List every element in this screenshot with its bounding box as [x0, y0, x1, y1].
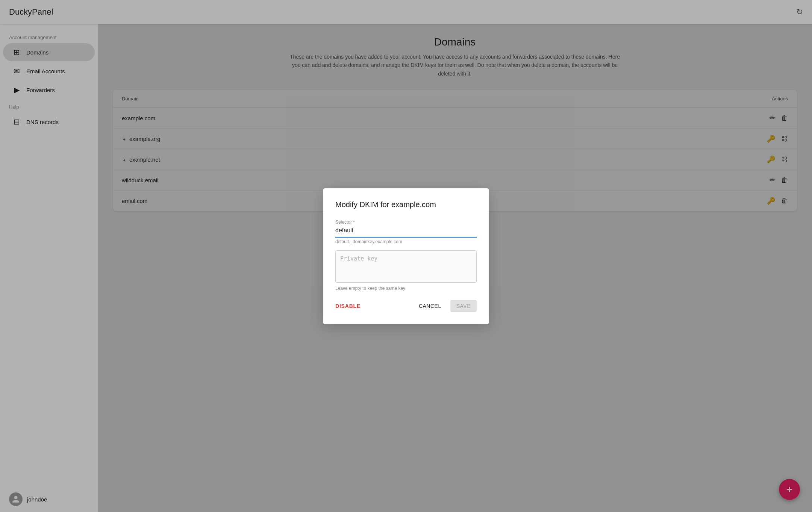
- modal-title: Modify DKIM for example.com: [335, 200, 477, 209]
- selector-input[interactable]: [335, 226, 477, 235]
- save-button[interactable]: SAVE: [450, 300, 477, 312]
- cancel-button[interactable]: CANCEL: [413, 300, 447, 312]
- private-key-input[interactable]: [336, 251, 476, 281]
- disable-button[interactable]: DISABLE: [335, 300, 361, 312]
- selector-label: Selector *: [335, 220, 477, 225]
- modal-backdrop: Modify DKIM for example.com Selector * d…: [0, 0, 812, 512]
- selector-field: Selector * default._domainkey.example.co…: [335, 220, 477, 244]
- private-key-field: Leave empty to keep the same key: [335, 250, 477, 291]
- private-key-hint: Leave empty to keep the same key: [335, 286, 477, 291]
- dkim-modal: Modify DKIM for example.com Selector * d…: [323, 188, 489, 324]
- selector-input-wrapper: Selector *: [335, 220, 477, 238]
- modal-right-actions: CANCEL SAVE: [413, 300, 477, 312]
- modal-actions: DISABLE CANCEL SAVE: [335, 300, 477, 312]
- private-key-wrapper: [335, 250, 477, 283]
- selector-hint: default._domainkey.example.com: [335, 239, 477, 244]
